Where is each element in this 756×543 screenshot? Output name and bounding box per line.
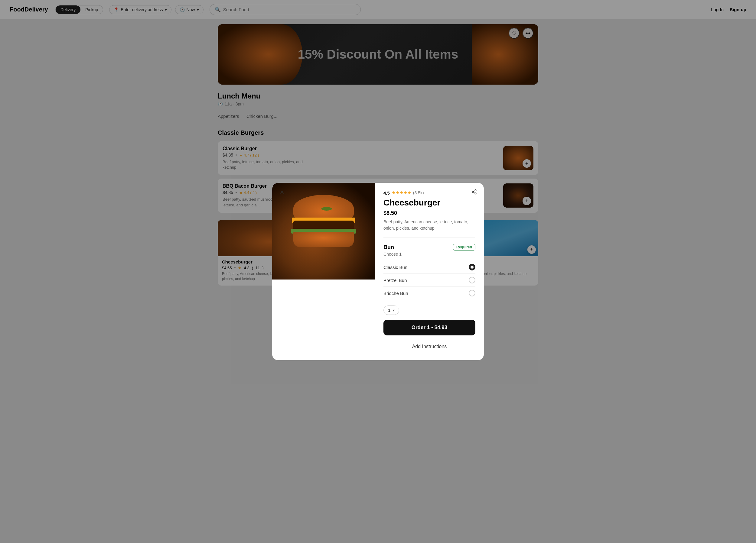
modal-product-price: $8.50 — [383, 210, 475, 216]
bun-section: Bun Required Choose 1 Classic Bun Pretze… — [383, 244, 475, 299]
bun-option-name: Pretzel Bun — [383, 278, 407, 283]
modal-body: 4.5 ★★★★★ (3.5k) Cheeseburger $8.50 Beef… — [272, 183, 484, 360]
rating-score: 4.5 — [383, 190, 390, 196]
share-icon — [471, 189, 477, 196]
required-badge: Required — [453, 244, 475, 251]
add-instructions-button[interactable]: Add Instructions — [383, 340, 475, 353]
radio-brioche-bun[interactable] — [469, 290, 475, 296]
svg-point-1 — [472, 191, 474, 193]
chevron-down-icon: ▾ — [393, 308, 395, 312]
modal-overlay[interactable]: ✕ — [0, 0, 756, 543]
modal-rating: 4.5 ★★★★★ (3.5k) — [383, 190, 475, 196]
radio-dot — [471, 266, 474, 269]
bun-option-name: Classic Bun — [383, 265, 407, 270]
rating-count: (3.5k) — [413, 190, 424, 195]
modal-share-button[interactable] — [469, 188, 479, 197]
modal-content: 4.5 ★★★★★ (3.5k) Cheeseburger $8.50 Beef… — [375, 183, 484, 360]
product-modal: ✕ — [272, 183, 484, 360]
bun-option: Pretzel Bun — [383, 274, 475, 287]
modal-product-description: Beef patty, American cheese, lettuce, to… — [383, 219, 475, 238]
quantity-selector[interactable]: 1 ▾ — [383, 305, 399, 315]
bun-option: Brioche Bun — [383, 287, 475, 299]
svg-line-3 — [473, 192, 475, 193]
svg-line-4 — [473, 190, 475, 191]
modal-product-image — [272, 183, 375, 279]
bun-header: Bun Required — [383, 244, 475, 251]
bun-option: Classic Bun — [383, 261, 475, 274]
svg-point-2 — [475, 193, 476, 194]
quantity-value: 1 — [388, 307, 390, 313]
close-icon: ✕ — [280, 189, 284, 196]
radio-classic-bun[interactable] — [469, 264, 475, 271]
bun-option-name: Brioche Bun — [383, 291, 408, 296]
order-button[interactable]: Order 1 • $4.93 — [383, 320, 475, 335]
modal-image-inner — [272, 183, 375, 279]
radio-pretzel-bun[interactable] — [469, 277, 475, 283]
modal-close-button[interactable]: ✕ — [277, 188, 287, 197]
svg-point-0 — [475, 190, 476, 191]
quantity-section: 1 ▾ — [383, 305, 475, 315]
bun-title: Bun — [383, 244, 394, 251]
modal-product-title: Cheeseburger — [383, 198, 475, 208]
star-icons: ★★★★★ — [392, 190, 411, 196]
bun-choose-text: Choose 1 — [383, 252, 475, 257]
